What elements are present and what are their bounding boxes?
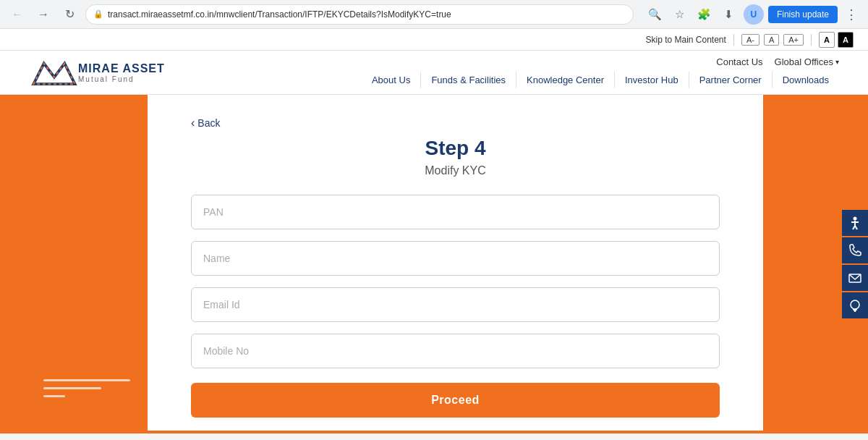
extensions-button[interactable]: 🧩 — [694, 4, 715, 25]
reload-button[interactable]: ↻ — [59, 4, 80, 25]
main-nav: About UsFunds & FacilitiesKnowledge Cent… — [362, 72, 839, 88]
form-fields: Proceed — [191, 195, 720, 418]
logo-area: MIRAE ASSET Mutual Fund — [29, 58, 165, 87]
name-input[interactable] — [191, 241, 720, 276]
orange-left-panel — [0, 95, 145, 433]
nav-item-about-us[interactable]: About Us — [362, 72, 421, 88]
font-normal-button[interactable]: A — [764, 34, 779, 46]
lock-icon: 🔒 — [93, 9, 103, 19]
font-increase-button[interactable]: A+ — [783, 34, 804, 46]
white-line-3 — [43, 395, 65, 397]
top-links: Contact Us Global Offices ▾ — [716, 56, 839, 67]
contrast-controls: A A — [819, 32, 854, 48]
accessibility-bar: Skip to Main Content A- A A+ A A — [0, 29, 868, 51]
nav-item-knowledge-center[interactable]: Knowledge Center — [516, 72, 615, 88]
pan-input[interactable] — [191, 195, 720, 229]
skip-link[interactable]: Skip to Main Content — [645, 35, 726, 45]
logo-icon — [29, 58, 80, 87]
back-link[interactable]: ‹ Back — [191, 117, 220, 130]
mobile-input[interactable] — [191, 334, 720, 368]
bookmark-button[interactable]: ☆ — [670, 4, 690, 25]
global-offices-dropdown[interactable]: Global Offices ▾ — [775, 56, 839, 67]
back-label: Back — [197, 117, 220, 129]
orange-left-lines — [43, 379, 130, 397]
page-content: ‹ Back Step 4 Modify KYC Proceed — [0, 95, 868, 433]
download-button[interactable]: ⬇ — [719, 4, 739, 25]
accessibility-float-icon[interactable] — [842, 210, 868, 236]
svg-point-2 — [854, 217, 857, 221]
menu-dots-button[interactable]: ⋮ — [842, 7, 861, 22]
svg-point-8 — [851, 300, 859, 309]
chevron-down-icon: ▾ — [835, 58, 839, 66]
white-line-2 — [43, 387, 101, 389]
logo-text-area: MIRAE ASSET Mutual Fund — [78, 62, 165, 83]
font-size-controls: A- A A+ — [741, 34, 804, 46]
nav-item-investor-hub[interactable]: Investor Hub — [615, 72, 689, 88]
form-card: ‹ Back Step 4 Modify KYC Proceed — [145, 95, 763, 433]
forward-nav-button[interactable]: → — [33, 4, 54, 25]
form-subtitle: Modify KYC — [425, 164, 485, 177]
contrast-white-button[interactable]: A — [819, 32, 835, 48]
back-nav-button[interactable]: ← — [7, 4, 27, 25]
url-text: transact.miraeassetmf.co.in/mnwclient/Tr… — [108, 9, 626, 20]
back-chevron-icon: ‹ — [191, 117, 195, 130]
divider2 — [811, 34, 812, 46]
email-float-icon[interactable] — [842, 265, 868, 291]
divider — [733, 34, 734, 46]
finish-update-button[interactable]: Finish update — [768, 6, 838, 23]
header-right: Contact Us Global Offices ▾ About UsFund… — [362, 56, 839, 88]
contrast-black-button[interactable]: A — [838, 32, 854, 48]
floating-icons — [842, 210, 868, 318]
browser-chrome: ← → ↻ 🔒 transact.miraeassetmf.co.in/mnwc… — [0, 0, 868, 29]
nav-item-funds-facilities[interactable]: Funds & Facilities — [421, 72, 516, 88]
white-line-1 — [43, 379, 130, 381]
font-decrease-button[interactable]: A- — [741, 34, 760, 46]
nav-item-downloads[interactable]: Downloads — [773, 72, 839, 88]
search-button[interactable]: 🔍 — [645, 4, 665, 25]
contact-us-link[interactable]: Contact Us — [716, 56, 762, 67]
chat-float-icon[interactable] — [842, 292, 868, 318]
logo-line1: MIRAE ASSET — [78, 62, 165, 75]
browser-actions: 🔍 ☆ 🧩 ⬇ U Finish update ⋮ — [645, 4, 861, 25]
site-header: MIRAE ASSET Mutual Fund Contact Us Globa… — [0, 51, 868, 95]
svg-marker-0 — [33, 64, 75, 85]
svg-line-6 — [855, 226, 857, 229]
logo-line2: Mutual Fund — [78, 75, 165, 83]
phone-float-icon[interactable] — [842, 237, 868, 263]
proceed-button[interactable]: Proceed — [191, 383, 720, 418]
address-bar[interactable]: 🔒 transact.miraeassetmf.co.in/mnwclient/… — [85, 4, 634, 25]
email-input[interactable] — [191, 287, 720, 322]
nav-item-partner-corner[interactable]: Partner Corner — [689, 72, 773, 88]
step-title: Step 4 — [425, 137, 485, 160]
global-offices-label: Global Offices — [775, 56, 833, 67]
orange-right-panel — [763, 95, 868, 433]
profile-button[interactable]: U — [744, 4, 764, 25]
